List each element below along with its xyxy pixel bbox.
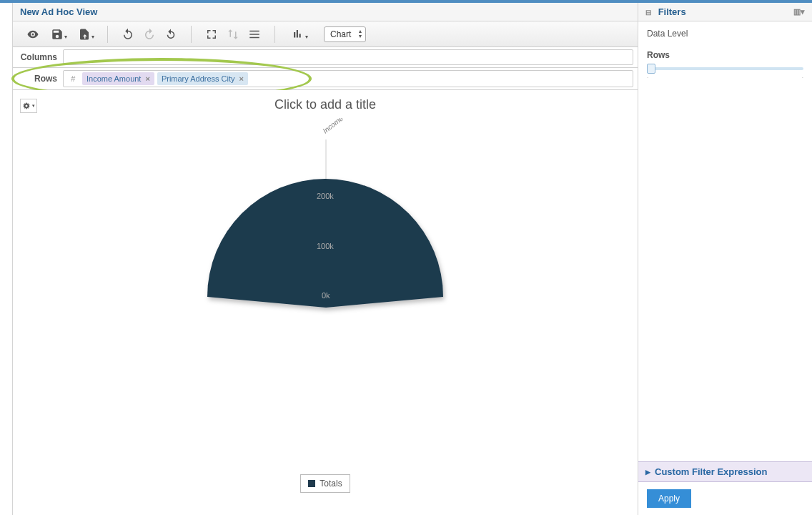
rows-slider-thumb[interactable]	[647, 64, 655, 74]
view-title: New Ad Hoc View	[20, 6, 97, 17]
chart-options-button[interactable]: ▾	[20, 99, 37, 113]
legend-label: Totals	[320, 479, 342, 489]
chart-svg: Income 200k 100k 0k	[175, 118, 475, 318]
tick-100k: 100k	[317, 242, 334, 250]
undo-icon[interactable]	[118, 24, 138, 44]
chart-canvas: ▾ Click to add a title Income 200k 100k …	[13, 90, 638, 515]
chart-legend: Totals	[13, 474, 638, 493]
list-icon[interactable]	[244, 24, 264, 44]
tick-0k: 0k	[322, 291, 330, 300]
export-icon[interactable]: ▾	[71, 24, 97, 44]
pill-label: Primary Address City	[162, 74, 235, 83]
chart-title-placeholder[interactable]: Click to add a title	[13, 97, 638, 112]
view-mode-select[interactable]: Chart ▲▼	[324, 26, 366, 42]
view-title-bar: New Ad Hoc View	[13, 3, 638, 21]
chevron-right-icon: ▶	[645, 469, 650, 476]
remove-pill-icon[interactable]: ×	[239, 74, 244, 83]
columns-label: Columns	[13, 52, 63, 62]
reset-icon[interactable]	[161, 24, 181, 44]
toolbar: ▾ ▾	[13, 21, 638, 47]
rows-label: Rows	[13, 74, 63, 84]
pivot-icon[interactable]	[202, 24, 222, 44]
measure-marker: #	[66, 72, 79, 85]
filters-header: ⊟ Filters ▥▾	[638, 3, 812, 21]
view-mode-value: Chart	[330, 29, 351, 39]
rows-slider[interactable]	[647, 67, 803, 70]
rows-dropzone[interactable]: # Income Amount × Primary Address City ×	[63, 70, 633, 87]
collapse-icon[interactable]: ⊟	[645, 9, 651, 16]
axis-label: Income	[321, 118, 345, 135]
columns-zone: Columns	[13, 47, 638, 68]
pill-primary-address-city[interactable]: Primary Address City ×	[157, 72, 248, 85]
pill-label: Income Amount	[86, 74, 141, 83]
filters-rows-label: Rows	[638, 50, 812, 60]
sort-icon	[223, 24, 243, 44]
filters-menu-icon[interactable]: ▥▾	[793, 7, 805, 16]
apply-button[interactable]: Apply	[647, 489, 691, 508]
remove-pill-icon[interactable]: ×	[145, 74, 149, 83]
left-collapsed-panel	[0, 3, 13, 515]
custom-filter-label: Custom Filter Expression	[655, 466, 767, 477]
rows-zone: Rows # Income Amount × Primary Address C…	[13, 68, 638, 90]
data-level-label: Data Level	[638, 21, 812, 46]
pill-income-amount[interactable]: Income Amount ×	[82, 72, 154, 85]
preview-icon[interactable]	[23, 24, 43, 44]
gear-icon	[22, 102, 31, 110]
tick-200k: 200k	[317, 192, 334, 200]
redo-icon	[139, 24, 159, 44]
legend-item-totals[interactable]: Totals	[300, 474, 350, 493]
save-icon[interactable]: ▾	[44, 24, 70, 44]
legend-swatch	[308, 480, 315, 487]
filters-title: Filters	[658, 6, 686, 17]
chart-type-icon[interactable]: ▾	[285, 24, 311, 44]
slider-ticks: · ·	[647, 74, 803, 81]
custom-filter-toggle[interactable]: ▶ Custom Filter Expression	[638, 461, 812, 482]
columns-dropzone[interactable]	[63, 49, 633, 65]
